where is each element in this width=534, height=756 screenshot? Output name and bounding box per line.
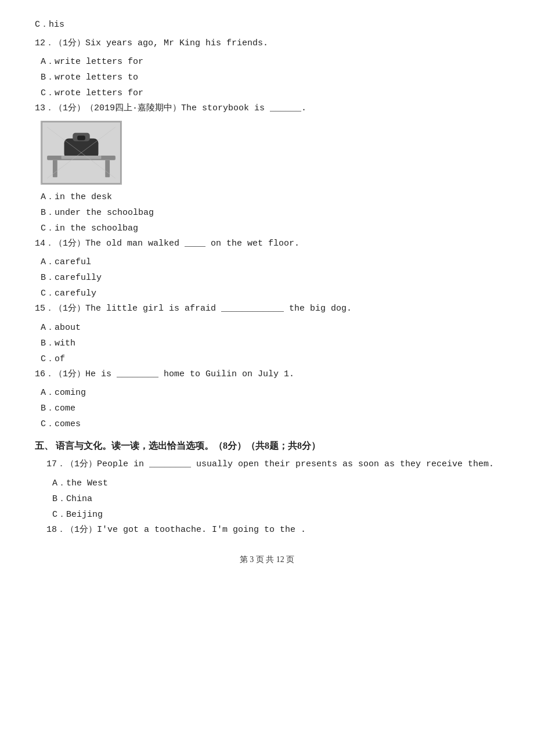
option-14a-text: A．careful (41, 257, 91, 267)
option-12b-text: B．wrote letters to (41, 73, 138, 82)
option-17c-text: C．Beijing (52, 510, 103, 520)
question-16-text: 16．（1分）He is ________ home to Guilin on … (35, 369, 294, 379)
option-12b: B．wrote letters to (41, 70, 499, 85)
question-13-image (41, 121, 122, 185)
option-17c: C．Beijing (52, 507, 499, 523)
option-14b: B．carefully (41, 270, 499, 286)
option-17a-text: A．the West (52, 478, 108, 488)
option-12c-text: C．wrote letters for (41, 88, 143, 98)
question-12: 12．（1分）Six years ago, Mr King his friend… (35, 36, 499, 51)
svg-rect-2 (53, 160, 57, 177)
section-5-header: 五、 语言与文化。读一读，选出恰当选项。（8分）（共8题；共8分） (35, 440, 499, 452)
option-14a: A．careful (41, 254, 499, 270)
option-15a: A．about (41, 320, 499, 336)
question-12-text: 12．（1分）Six years ago, Mr King his friend… (35, 38, 268, 48)
option-16b-text: B．come (41, 404, 75, 413)
option-16c-text: C．comes (41, 419, 81, 429)
option-13a-text: A．in the desk (41, 192, 112, 202)
option-15b-text: B．with (41, 339, 75, 348)
option-13b-text: B．under the schoolbag (41, 208, 154, 218)
question-13: 13．（1分）（2019四上·嘉陵期中）The storybook is ___… (35, 101, 499, 116)
option-14c: C．carefuly (41, 286, 499, 301)
option-c-his: C．his (35, 17, 499, 33)
question-14-text: 14．（1分）The old man walked ____ on the we… (35, 239, 300, 249)
page-footer: 第 3 页 共 12 页 (35, 555, 499, 565)
option-13c-text: C．in the schoolbag (41, 224, 138, 233)
option-15c: C．of (41, 351, 499, 367)
svg-rect-3 (105, 160, 110, 177)
question-17-text: 17．（1分）People in ________ usually open t… (46, 459, 494, 469)
svg-rect-7 (62, 155, 102, 159)
question-17: 17．（1分）People in ________ usually open t… (46, 457, 499, 472)
option-c-his-text: C．his (35, 20, 64, 30)
question-18: 18．（1分）I've got a toothache. I'm going t… (46, 523, 499, 538)
page-footer-text: 第 3 页 共 12 页 (240, 555, 295, 564)
option-17b-text: B．China (52, 494, 92, 504)
option-13c: C．in the schoolbag (41, 221, 499, 236)
option-17a: A．the West (52, 476, 499, 491)
option-15b: B．with (41, 336, 499, 351)
option-12c: C．wrote letters for (41, 85, 499, 101)
question-14: 14．（1分）The old man walked ____ on the we… (35, 236, 499, 251)
section-5-title: 语言与文化。读一读，选出恰当选项。（8分）（共8题；共8分） (56, 441, 320, 451)
option-16a-text: A．coming (41, 388, 86, 398)
option-13b: B．under the schoolbag (41, 205, 499, 221)
option-15c-text: C．of (41, 354, 65, 364)
option-12a-text: A．write letters for (41, 57, 143, 67)
option-15a-text: A．about (41, 323, 81, 333)
question-16: 16．（1分）He is ________ home to Guilin on … (35, 367, 499, 382)
question-18-text: 18．（1分）I've got a toothache. I'm going t… (46, 525, 306, 535)
option-13a: A．in the desk (41, 189, 499, 205)
option-12a: A．write letters for (41, 54, 499, 70)
option-17b: B．China (52, 491, 499, 507)
section-5-label: 五、 (35, 441, 53, 451)
option-16c: C．comes (41, 416, 499, 432)
svg-rect-4 (64, 138, 99, 158)
option-16b: B．come (41, 401, 499, 416)
question-15-text: 15．（1分）The little girl is afraid _______… (35, 304, 352, 314)
option-14c-text: C．carefuly (41, 289, 96, 298)
svg-rect-6 (77, 135, 85, 140)
question-13-text: 13．（1分）（2019四上·嘉陵期中）The storybook is ___… (35, 103, 306, 113)
option-14b-text: B．carefully (41, 273, 102, 283)
option-16a: A．coming (41, 385, 499, 401)
question-15: 15．（1分）The little girl is afraid _______… (35, 301, 499, 316)
